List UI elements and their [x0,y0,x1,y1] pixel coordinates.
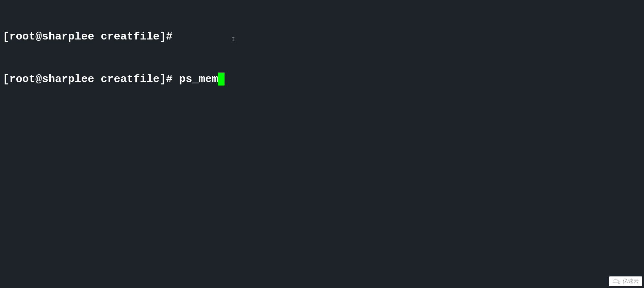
terminal-line-2: [root@sharplee creatfile]# ps_mem [3,72,641,86]
cloud-icon [612,279,621,284]
watermark-text: 亿速云 [623,278,639,285]
command-text: ps_mem [179,73,218,85]
terminal-cursor [218,73,225,85]
terminal-line-1: [root@sharplee creatfile]# [3,30,641,44]
shell-prompt: [root@sharplee creatfile]# [3,73,179,85]
shell-prompt: [root@sharplee creatfile]# [3,30,179,43]
watermark-badge: 亿速云 [609,276,642,286]
terminal-output[interactable]: [root@sharplee creatfile]# [root@sharple… [0,0,644,102]
text-cursor-icon: I [231,36,235,43]
